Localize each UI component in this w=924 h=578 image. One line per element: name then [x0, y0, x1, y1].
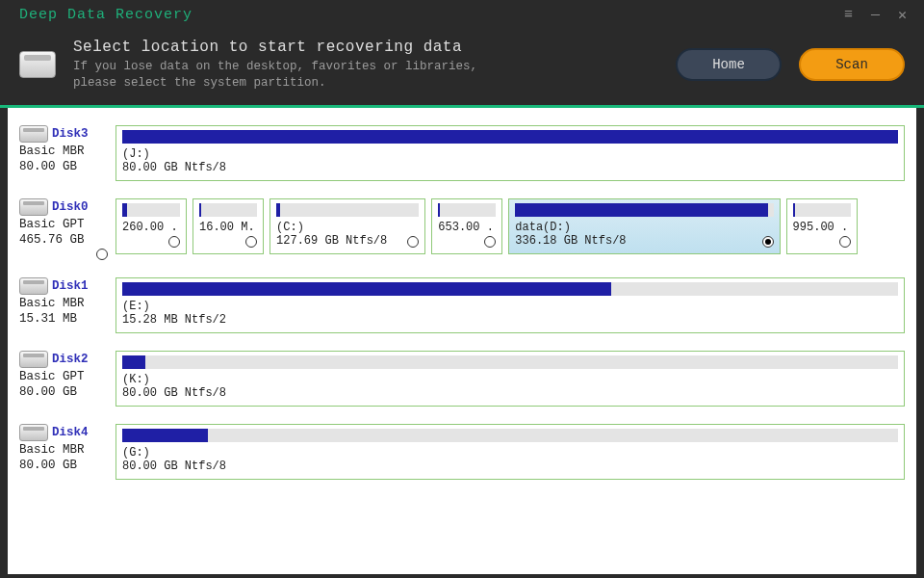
- disk-type: Basic MBR: [19, 144, 108, 158]
- disk-type: Basic MBR: [19, 297, 108, 310]
- partition-radio[interactable]: [245, 236, 257, 248]
- partition-radio[interactable]: [762, 236, 774, 248]
- disk-size: 80.00 GB: [19, 459, 108, 472]
- partition-radio[interactable]: [839, 236, 851, 248]
- menu-icon[interactable]: ≡: [835, 1, 862, 28]
- scan-button[interactable]: Scan: [799, 48, 905, 81]
- partition-group: (G:)80.00 GB Ntfs/8: [116, 424, 905, 480]
- header: Select location to start recovering data…: [0, 29, 924, 108]
- partition[interactable]: (J:)80.00 GB Ntfs/8: [116, 125, 905, 181]
- disk-size: 15.31 MB: [19, 312, 108, 326]
- partition-detail: 80.00 GB Ntfs/8: [122, 161, 898, 174]
- disk-header: Disk2Basic GPT80.00 GB: [19, 351, 108, 399]
- usage-bar: [199, 203, 257, 217]
- partition[interactable]: (E:)15.28 MB Ntfs/2: [116, 277, 905, 333]
- partition-radio[interactable]: [407, 236, 419, 248]
- partition[interactable]: (K:)80.00 GB Ntfs/8: [116, 351, 905, 407]
- partition[interactable]: 16.00 M.: [192, 198, 264, 254]
- partition-detail: 15.28 MB Ntfs/2: [122, 313, 898, 327]
- disk-header: Disk4Basic MBR80.00 GB: [19, 424, 108, 472]
- partition[interactable]: 260.00 .: [116, 198, 187, 254]
- partition[interactable]: 995.00 .: [786, 198, 858, 254]
- partition-label: (K:): [122, 373, 898, 386]
- disk-row: Disk3Basic MBR80.00 GB(J:)80.00 GB Ntfs/…: [19, 125, 905, 181]
- disk-icon: [19, 351, 48, 368]
- title-bar: Deep Data Recovery ≡ — ✕: [0, 0, 924, 29]
- header-subtitle: If you lose data on the desktop, favorit…: [73, 59, 658, 92]
- partition-detail: 80.00 GB Ntfs/8: [122, 386, 898, 400]
- disk-header: Disk1Basic MBR15.31 MB: [19, 277, 108, 326]
- disk-icon: [19, 125, 48, 143]
- partition-detail: 336.18 GB Ntfs/8: [515, 234, 773, 248]
- partition-detail: 995.00 .: [793, 221, 851, 234]
- disk-name: Disk1: [52, 279, 89, 293]
- partition[interactable]: (G:)80.00 GB Ntfs/8: [116, 424, 905, 480]
- disk-list: Disk3Basic MBR80.00 GB(J:)80.00 GB Ntfs/…: [8, 108, 916, 574]
- disk-icon: [19, 277, 48, 295]
- home-button[interactable]: Home: [676, 48, 782, 81]
- app-title: Deep Data Recovery: [19, 7, 192, 23]
- partition[interactable]: 653.00 .: [431, 198, 502, 254]
- partition-detail: 653.00 .: [438, 221, 496, 234]
- usage-bar: [276, 203, 419, 217]
- partition[interactable]: data(D:)336.18 GB Ntfs/8: [508, 198, 780, 254]
- disk-name: Disk3: [52, 127, 89, 141]
- usage-bar: [793, 203, 851, 217]
- partition-label: data(D:): [515, 221, 773, 234]
- disk-name: Disk0: [52, 200, 89, 214]
- partition-group: (K:)80.00 GB Ntfs/8: [116, 351, 905, 407]
- usage-bar: [438, 203, 496, 217]
- disk-type: Basic GPT: [19, 370, 108, 383]
- partition-label: (J:): [122, 147, 898, 161]
- partition-label: (E:): [122, 300, 898, 313]
- disk-name: Disk2: [52, 353, 89, 366]
- partition-detail: 80.00 GB Ntfs/8: [122, 460, 898, 473]
- disk-header: Disk3Basic MBR80.00 GB: [19, 125, 108, 173]
- partition-label: (G:): [122, 446, 898, 460]
- disk-icon: [19, 198, 48, 216]
- disk-name: Disk4: [52, 426, 89, 439]
- disk-size: 465.76 GB: [19, 233, 108, 247]
- drive-icon: [19, 51, 56, 78]
- partition-group: 260.00 .16.00 M.(C:)127.69 GB Ntfs/8653.…: [116, 198, 905, 254]
- usage-bar: [122, 203, 180, 217]
- partition-detail: 16.00 M.: [199, 221, 257, 234]
- partition-label: (C:): [276, 221, 419, 234]
- partition-group: (J:)80.00 GB Ntfs/8: [116, 125, 905, 181]
- disk-icon: [19, 424, 48, 441]
- disk-row: Disk4Basic MBR80.00 GB(G:)80.00 GB Ntfs/…: [19, 424, 905, 480]
- disk-row: Disk0Basic GPT465.76 GB260.00 .16.00 M.(…: [19, 198, 905, 260]
- disk-row: Disk2Basic GPT80.00 GB(K:)80.00 GB Ntfs/…: [19, 351, 905, 407]
- disk-radio[interactable]: [96, 249, 108, 260]
- disk-header: Disk0Basic GPT465.76 GB: [19, 198, 108, 260]
- partition[interactable]: (C:)127.69 GB Ntfs/8: [270, 198, 425, 254]
- partition-detail: 260.00 .: [122, 221, 180, 234]
- disk-row: Disk1Basic MBR15.31 MB(E:)15.28 MB Ntfs/…: [19, 277, 905, 333]
- partition-detail: 127.69 GB Ntfs/8: [276, 234, 419, 248]
- disk-size: 80.00 GB: [19, 160, 108, 173]
- partition-radio[interactable]: [484, 236, 496, 248]
- disk-type: Basic GPT: [19, 218, 108, 231]
- usage-bar: [122, 429, 898, 442]
- partition-group: (E:)15.28 MB Ntfs/2: [116, 277, 905, 333]
- header-title: Select location to start recovering data: [73, 39, 658, 56]
- close-button[interactable]: ✕: [889, 1, 916, 28]
- minimize-button[interactable]: —: [862, 1, 889, 28]
- usage-bar: [122, 282, 898, 296]
- disk-size: 80.00 GB: [19, 385, 108, 399]
- usage-bar: [122, 355, 898, 369]
- partition-radio[interactable]: [168, 236, 180, 248]
- disk-type: Basic MBR: [19, 443, 108, 457]
- usage-bar: [122, 130, 898, 144]
- usage-bar: [515, 203, 773, 217]
